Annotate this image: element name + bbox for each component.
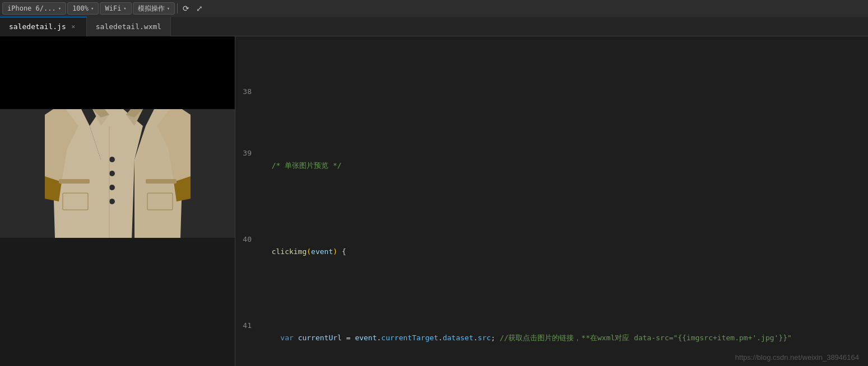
preview-pane — [0, 36, 235, 366]
action-selector[interactable]: 模拟操作 ▾ — [133, 2, 175, 15]
tab-close-js[interactable]: ✕ — [69, 23, 77, 31]
zoom-chevron: ▾ — [91, 6, 94, 11]
network-selector[interactable]: WiFi ▾ — [100, 2, 131, 15]
coat-image — [45, 109, 191, 238]
tabsbar: saledetail.js ✕ saledetail.wxml — [0, 17, 868, 36]
fullscreen-icon[interactable]: ⤢ — [193, 2, 206, 15]
device-selector[interactable]: iPhone 6/... ▾ — [2, 2, 66, 15]
topbar: iPhone 6/... ▾ 100% ▾ WiFi ▾ 模拟操作 ▾ ⟳ ⤢ — [0, 0, 868, 17]
separator-1 — [177, 3, 178, 13]
svg-point-2 — [109, 171, 115, 176]
tab-label-wxml: saledetail.wxml — [96, 22, 161, 31]
rotate-icon[interactable]: ⟳ — [180, 2, 192, 15]
preview-bottom — [0, 238, 235, 367]
tab-label-js: saledetail.js — [9, 22, 66, 31]
watermark: https://blog.csdn.net/weixin_38946164 — [735, 353, 859, 362]
tab-saledetail-js[interactable]: saledetail.js ✕ — [0, 17, 87, 36]
main-area: 38 39 /* 单张图片预览 */ 40 clickimg(event) { … — [0, 36, 868, 366]
action-label: 模拟操作 — [138, 4, 165, 13]
zoom-label: 100% — [72, 4, 89, 12]
code-pane[interactable]: 38 39 /* 单张图片预览 */ 40 clickimg(event) { … — [235, 36, 868, 366]
network-chevron: ▾ — [123, 6, 126, 11]
svg-rect-7 — [59, 179, 90, 184]
code-line-40: 40 clickimg(event) { — [235, 233, 868, 270]
preview-black-top — [0, 36, 235, 109]
svg-rect-8 — [146, 179, 177, 184]
preview-image-area — [0, 109, 235, 238]
code-line-38: 38 — [235, 86, 868, 98]
code-content: 38 39 /* 单张图片预览 */ 40 clickimg(event) { … — [235, 36, 868, 366]
svg-point-4 — [109, 199, 115, 204]
network-label: WiFi — [105, 4, 121, 12]
zoom-selector[interactable]: 100% ▾ — [67, 2, 99, 15]
code-line-41: 41 var currentUrl = event.currentTarget.… — [235, 320, 868, 356]
action-chevron: ▾ — [167, 6, 170, 11]
svg-point-3 — [109, 185, 115, 190]
device-chevron: ▾ — [58, 6, 61, 11]
svg-point-1 — [109, 157, 115, 162]
tab-saledetail-wxml[interactable]: saledetail.wxml — [87, 17, 171, 36]
device-label: iPhone 6/... — [7, 4, 56, 12]
code-line-39: 39 /* 单张图片预览 */ — [235, 147, 868, 184]
